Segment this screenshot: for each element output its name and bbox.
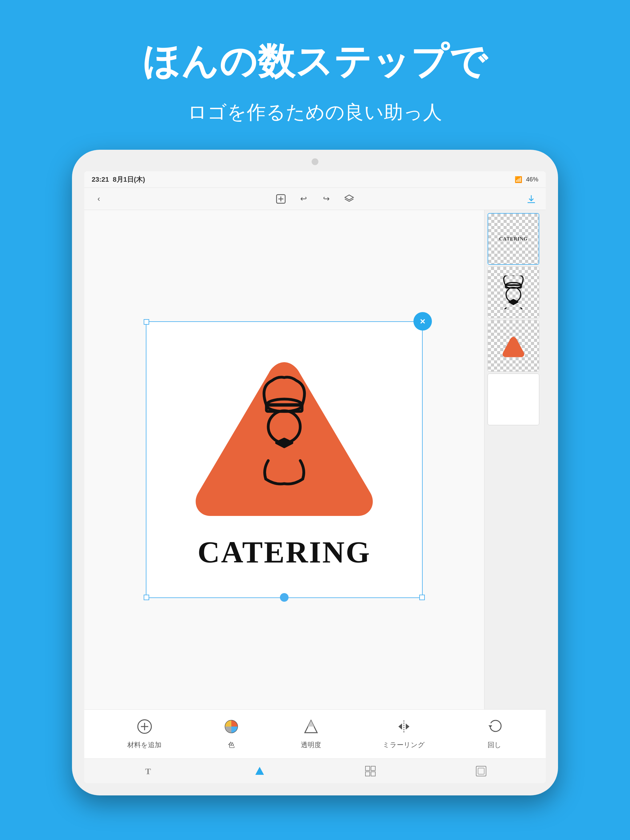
handle-bottom-left[interactable] xyxy=(144,595,149,600)
battery-indicator: 46% xyxy=(526,176,538,183)
undo-icon: ↩ xyxy=(300,194,307,204)
svg-marker-17 xyxy=(398,723,402,729)
transparency-label: 透明度 xyxy=(301,741,321,750)
thumb-catering[interactable]: CATERING xyxy=(488,213,539,265)
tablet-device: 23:21 8月1日(木) 📶 46% ‹ xyxy=(72,150,558,796)
back-button[interactable]: ‹ xyxy=(90,191,107,207)
pattern-tool-button[interactable] xyxy=(361,762,380,780)
layers-icon xyxy=(344,194,354,204)
status-bar: 23:21 8月1日(木) 📶 46% xyxy=(84,171,546,188)
handle-top-left[interactable] xyxy=(144,319,149,325)
canvas-frame[interactable]: × xyxy=(146,321,423,598)
svg-rect-25 xyxy=(476,766,486,776)
layers-button[interactable] xyxy=(341,191,358,207)
handle-bottom-right[interactable] xyxy=(419,595,425,600)
redo-button[interactable]: ↪ xyxy=(318,191,335,207)
thumbnail-panel: CATERING xyxy=(484,210,546,709)
thumb-blank[interactable] xyxy=(488,374,539,425)
app-toolbar: ‹ ↩ ↪ xyxy=(84,188,546,210)
add-material-button[interactable]: 材料を追加 xyxy=(127,718,161,750)
canvas-bottom-handle[interactable] xyxy=(280,593,288,602)
pattern-tool-icon xyxy=(365,766,376,777)
color-icon xyxy=(223,718,239,738)
transparency-icon xyxy=(303,718,319,738)
svg-rect-26 xyxy=(478,768,484,774)
tablet-screen: 23:21 8月1日(木) 📶 46% ‹ xyxy=(84,171,546,783)
bottom-toolbar: 材料を追加 色 xyxy=(84,709,546,758)
color-button[interactable]: 色 xyxy=(223,718,239,750)
shape-tool-button[interactable] xyxy=(250,762,269,780)
add-material-icon xyxy=(136,718,153,738)
text-tool-button[interactable]: T xyxy=(140,762,158,780)
status-right: 📶 46% xyxy=(514,176,538,183)
add-icon xyxy=(276,194,286,204)
thumb-chef-icon xyxy=(497,275,530,309)
rotate-label: 回し xyxy=(488,741,502,750)
shape-tool-icon xyxy=(254,766,265,777)
svg-marker-19 xyxy=(489,725,492,728)
frame-tool-icon xyxy=(476,766,487,777)
thumb-triangle-icon xyxy=(501,335,526,358)
transparency-button[interactable]: 透明度 xyxy=(301,718,321,750)
frame-tool-button[interactable] xyxy=(472,762,490,780)
page-title: ほんの数ステップで xyxy=(0,37,630,87)
color-label: 色 xyxy=(228,741,235,750)
add-button[interactable] xyxy=(272,191,289,207)
mirror-button[interactable]: ミラーリング xyxy=(383,718,425,750)
thumb-triangle[interactable] xyxy=(488,320,539,372)
tablet-camera xyxy=(312,158,318,165)
wifi-icon: 📶 xyxy=(514,176,522,183)
canvas-area[interactable]: × xyxy=(84,210,484,709)
back-icon: ‹ xyxy=(98,194,100,204)
download-button[interactable] xyxy=(523,191,540,207)
thumb-chef[interactable] xyxy=(488,267,539,318)
mirror-icon xyxy=(396,718,412,738)
svg-rect-23 xyxy=(366,772,370,776)
page-subtitle: ロゴを作るための良い助っ人 xyxy=(0,99,630,125)
svg-marker-3 xyxy=(345,195,353,200)
svg-rect-22 xyxy=(371,766,375,771)
undo-button[interactable]: ↩ xyxy=(295,191,312,207)
catering-text: CATERING xyxy=(198,534,371,570)
main-content: × xyxy=(84,210,546,709)
redo-icon: ↪ xyxy=(323,194,330,204)
text-tool-icon: T xyxy=(143,766,154,777)
triangle-chef-graphic xyxy=(189,350,380,528)
add-material-label: 材料を追加 xyxy=(127,741,161,750)
rotate-icon xyxy=(487,718,503,738)
svg-rect-24 xyxy=(371,772,375,776)
thumb-catering-text: CATERING xyxy=(499,236,527,242)
bottom-tools-row: T xyxy=(84,758,546,783)
rotate-button[interactable]: 回し xyxy=(487,718,503,750)
download-icon xyxy=(526,194,536,204)
mirror-label: ミラーリング xyxy=(383,741,425,750)
canvas-close-button[interactable]: × xyxy=(413,312,432,330)
status-time: 23:21 8月1日(木) xyxy=(92,175,145,184)
svg-marker-18 xyxy=(406,723,410,729)
svg-text:T: T xyxy=(145,766,151,776)
svg-rect-21 xyxy=(366,766,370,771)
